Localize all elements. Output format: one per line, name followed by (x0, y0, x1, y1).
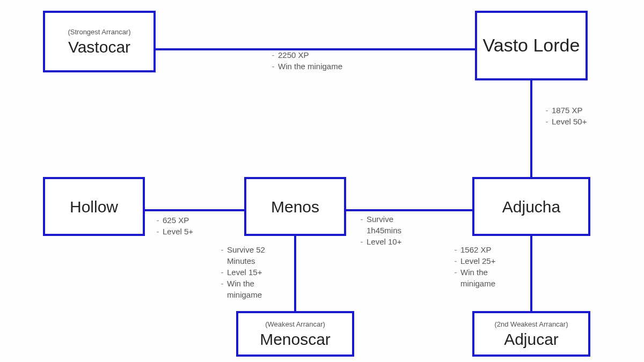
node-vastolorde: Vasto Lorde (475, 11, 588, 80)
req-vastolorde-adjucha: -1875 XP -Level 50+ (542, 105, 587, 127)
node-title: Vastocar (68, 38, 130, 56)
req-vastocar-vastolorde: -2250 XP -Win the minigame (268, 49, 342, 72)
edge-menos-adjucha (343, 209, 478, 211)
req-item: 625 XP (163, 215, 189, 226)
node-title: Menos (271, 198, 319, 216)
req-item: Win the minigame (460, 267, 509, 289)
node-subtitle: (2nd Weakest Arrancar) (494, 320, 568, 328)
req-item: Win the minigame (227, 278, 275, 300)
node-adjucha: Adjucha (472, 177, 590, 236)
req-adjucha-adjucar: -1562 XP -Level 25+ -Win the minigame (451, 244, 509, 289)
req-item: Level 5+ (163, 226, 193, 237)
req-hollow-menos: -625 XP -Level 5+ (153, 215, 193, 237)
node-menos: Menos (244, 177, 346, 236)
edge-hollow-menos (140, 209, 247, 211)
req-menos-adjucha: -Survive 1h45mins -Level 10+ (357, 213, 426, 247)
node-title: Menoscar (260, 330, 331, 348)
node-title: Hollow (70, 198, 118, 216)
edge-adjucha-adjucar (530, 236, 532, 314)
node-vastocar: (Strongest Arrancar) Vastocar (43, 11, 156, 72)
node-title: Adjucha (502, 198, 560, 216)
req-item: 1562 XP (460, 244, 492, 255)
node-title: Adjucar (504, 330, 559, 348)
node-hollow: Hollow (43, 177, 145, 236)
req-item: 2250 XP (278, 49, 309, 61)
req-item: Survive 52 Minutes (227, 244, 275, 267)
edge-menos-menoscar (294, 236, 296, 314)
req-item: Level 50+ (552, 116, 587, 127)
node-adjucar: (2nd Weakest Arrancar) Adjucar (472, 311, 590, 357)
node-subtitle: (Weakest Arrancar) (265, 320, 325, 328)
edge-vastolorde-adjucha (530, 80, 532, 177)
req-item: Level 25+ (460, 255, 495, 267)
req-item: 1875 XP (552, 105, 583, 116)
req-item: Level 10+ (367, 236, 401, 247)
node-menoscar: (Weakest Arrancar) Menoscar (236, 311, 354, 357)
node-title: Vasto Lorde (483, 35, 580, 55)
req-item: Win the minigame (278, 61, 342, 72)
req-item: Survive 1h45mins (367, 213, 426, 236)
node-subtitle: (Strongest Arrancar) (68, 28, 130, 36)
req-menos-menoscar: -Survive 52 Minutes -Level 15+ -Win the … (217, 244, 275, 300)
req-item: Level 15+ (227, 267, 262, 278)
